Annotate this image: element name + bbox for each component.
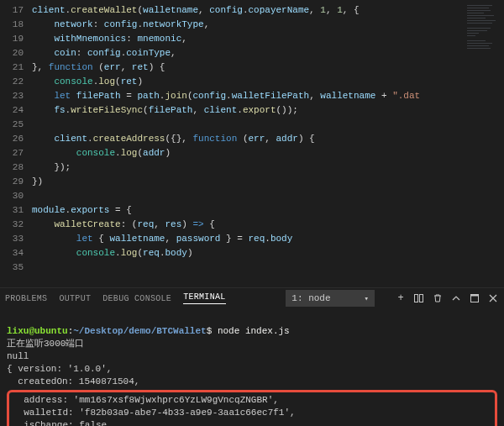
code-line[interactable] [32,260,464,275]
code-line[interactable]: }, function (err, ret) { [32,60,464,75]
code-line[interactable]: network: config.networkType, [32,18,464,32]
close-panel-icon[interactable] [487,292,499,304]
code-line[interactable]: module.exports = { [32,203,464,218]
code-line[interactable]: }); [32,160,464,175]
code-line[interactable]: client.createAddress({}, function (err, … [32,132,464,146]
line-number: 22 [0,75,32,89]
highlighted-output: address: 'mm16s7xsf8Wjwxhprc6YzLW9gVncqZ… [7,390,497,426]
code-line[interactable]: coin: config.coinType, [32,46,464,60]
minimap[interactable] [464,0,504,287]
tab-problems[interactable]: PROBLEMS [5,294,47,303]
code-area[interactable]: client.createWallet(walletname, config.c… [32,0,464,287]
line-number: 25 [0,118,32,132]
code-line[interactable] [32,118,464,132]
terminal-output[interactable]: lixu@ubuntu:~/Desktop/demo/BTCWallet$ no… [0,309,504,426]
code-line[interactable]: walletCreate: (req, res) => { [32,218,464,232]
code-line[interactable]: let { walletname, password } = req.body [32,232,464,246]
new-terminal-icon[interactable]: + [395,292,407,304]
code-line[interactable]: let filePath = path.join(config.walletFi… [32,89,464,103]
code-line[interactable]: console.log(addr) [32,146,464,160]
line-number: 21 [0,60,32,75]
tab-terminal[interactable]: TERMINAL [183,292,225,304]
line-number: 33 [0,232,32,246]
code-line[interactable]: console.log(ret) [32,75,464,89]
terminal-path: ~/Desktop/demo/BTCWallet [73,326,206,336]
line-number: 35 [0,260,32,275]
svg-rect-1 [420,295,423,302]
kill-terminal-icon[interactable] [432,292,444,304]
chevron-up-icon[interactable] [450,292,462,304]
code-editor[interactable]: 17181920212223242526272829303132333435 c… [0,0,504,287]
split-terminal-icon[interactable] [413,292,425,304]
tab-debug-console[interactable]: DEBUG CONSOLE [102,294,171,303]
line-number: 17 [0,3,32,18]
line-number: 29 [0,175,32,189]
terminal-host: ubuntu [34,326,68,336]
line-number: 30 [0,189,32,203]
terminal-line-created: createdOn: 1540871504, [7,376,139,387]
tab-output[interactable]: OUTPUT [59,294,91,303]
code-line[interactable]: console.log(req.body) [32,246,464,260]
chevron-down-icon: ▾ [365,294,369,303]
code-line[interactable]: client.createWallet(walletname, config.c… [32,3,464,18]
code-line[interactable]: withMnemonics: mnemonic, [32,32,464,46]
bottom-panel: PROBLEMS OUTPUT DEBUG CONSOLE TERMINAL 1… [0,287,504,426]
vscode-window: 17181920212223242526272829303132333435 c… [0,0,504,426]
line-number: 31 [0,203,32,218]
line-number: 18 [0,18,32,32]
line-number: 24 [0,103,32,118]
line-number: 28 [0,160,32,175]
terminal-line-null: null [7,351,29,361]
code-line[interactable]: fs.writeFileSync(filePath, client.export… [32,103,464,118]
code-line[interactable] [32,189,464,203]
terminal-line-obj-open: { version: '1.0.0', [7,364,112,374]
line-number: 20 [0,46,32,60]
terminal-line-listen: 正在监听3000端口 [7,339,84,349]
line-number: 32 [0,218,32,232]
terminal-user: lixu [7,326,29,336]
line-number: 23 [0,89,32,103]
terminal-select[interactable]: 1: node ▾ [286,290,375,307]
line-number: 34 [0,246,32,260]
terminal-select-label: 1: node [291,293,330,303]
line-number-gutter: 17181920212223242526272829303132333435 [0,0,32,287]
maximize-panel-icon[interactable] [469,292,480,304]
code-line[interactable]: }) [32,175,464,189]
svg-rect-3 [471,295,479,297]
line-number: 19 [0,32,32,46]
line-number: 27 [0,146,32,160]
svg-rect-0 [415,295,418,302]
line-number: 26 [0,132,32,146]
panel-actions: + [395,292,499,304]
panel-tabs: PROBLEMS OUTPUT DEBUG CONSOLE TERMINAL 1… [0,288,504,309]
terminal-command: node index.js [212,326,289,336]
